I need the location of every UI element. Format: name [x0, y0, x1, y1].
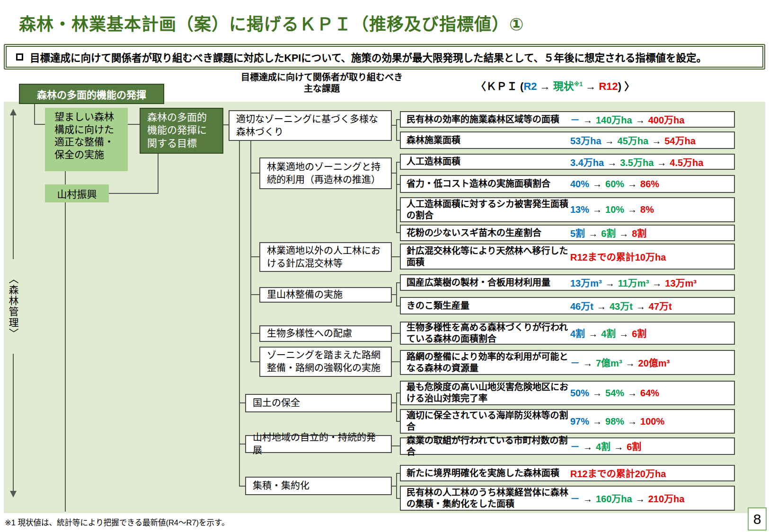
- kpi-value: 6割: [632, 329, 646, 339]
- connector-line: [396, 473, 397, 499]
- checkbox-icon: [16, 53, 23, 61]
- connector-line: [250, 141, 251, 362]
- kpi-row: 民有林の人工林のうち林業経営体に森林の集積・集約化をした面積 －→160万ha→…: [400, 486, 735, 511]
- connector-line: [250, 333, 259, 334]
- kpi-values: 3.4万ha→3.5万ha→4.5万ha: [570, 155, 707, 169]
- connector-line: [239, 444, 245, 445]
- kpi-header-r2: R2: [523, 80, 537, 92]
- kpi-row: 人工造林面積に対するシカ被害発生面積の割合 13%→10%→8%: [400, 197, 735, 222]
- kpi-arrow: →: [626, 358, 635, 368]
- kpi-arrow: →: [592, 388, 602, 398]
- kpi-values: 46万t→43万t→47万t: [570, 299, 675, 313]
- kpi-value: 43万t: [610, 301, 633, 312]
- kpi-arrow: →: [597, 301, 606, 312]
- kpi-label: 花粉の少ないスギ苗木の生産割合: [401, 227, 570, 239]
- kpi-row: 国産広葉樹の製材・合板用材利用量 13万m³→11万m³→13万m³: [400, 274, 735, 291]
- kpi-row: 森林施業面積 53万ha→45万ha→54万ha: [400, 131, 735, 149]
- task-label: 集積・集約化: [253, 480, 309, 492]
- kpi-label: 最も危険度の高い山地災害危険地区における治山対策完了率: [401, 382, 570, 404]
- page-title: 森林・林業基本計画（案）に掲げるＫＰＩ（推移及び指標値）①: [19, 10, 524, 35]
- kpi-value: 4.5万ha: [670, 157, 703, 168]
- footnote: ※1 現状値は、統計等により把握できる最新値(R4～R7)を示す。: [5, 516, 229, 528]
- axis-arrow-up-icon: [10, 109, 17, 115]
- kpi-label: 針広混交林化等により天然林へ移行した面積: [401, 245, 570, 268]
- kpi-row: きのこ類生産量 46万t→43万t→47万t: [400, 297, 735, 314]
- connector-line: [392, 402, 396, 403]
- kpi-value: 46万t: [570, 301, 593, 312]
- connector-line: [13, 351, 14, 492]
- connector-line: [396, 209, 400, 210]
- connector-line: [34, 104, 35, 125]
- kpi-arrow: →: [592, 416, 602, 427]
- connector-line: [392, 173, 396, 174]
- tree-sanson-box: 山村振興: [45, 184, 109, 202]
- kpi-values: 5割→6割→8割: [570, 226, 650, 240]
- forest-management-axis-label: 〈森林管理〉: [4, 259, 21, 354]
- task-box: 生物多様性への配慮: [259, 325, 392, 342]
- connector-line: [109, 193, 159, 194]
- kpi-values: －→7億m³→20億m³: [570, 356, 673, 369]
- kpi-row: 最も危険度の高い山地災害危険地区における治山対策完了率 50%→54%→64%: [400, 381, 735, 405]
- kpi-arrow: →: [605, 278, 615, 288]
- task-label: 適切なゾーニングに基づく多様な森林づくり: [236, 113, 384, 139]
- kpi-arrow: →: [592, 179, 602, 189]
- kpi-label: 民有林の効率的施業森林区域等の面積: [401, 114, 570, 125]
- kpi-label: 適切に保全されている海岸防災林等の割合: [401, 410, 570, 433]
- kpi-label: 森林施業面積: [401, 135, 570, 146]
- kpi-value: 160万ha: [596, 494, 632, 504]
- tree-root-box: 森林の多面的機能の発揮: [19, 84, 164, 104]
- tasks-header-line2: 主な課題: [215, 83, 428, 95]
- kpi-value: 50%: [570, 388, 589, 398]
- connector-line: [223, 124, 229, 125]
- kpi-value: 4割: [596, 442, 610, 452]
- tree-goal-box: 森林の多面的機能の発揮に関する目標: [140, 108, 223, 154]
- kpi-header-current: 現状※1: [553, 80, 583, 92]
- kpi-row: 省力・低コスト造林の実施面積割合 40%→60%→86%: [400, 175, 735, 193]
- kpi-value: 64%: [640, 388, 659, 398]
- kpi-arrow: →: [636, 301, 645, 312]
- kpi-value: 5割: [570, 228, 585, 239]
- connector-line: [396, 392, 400, 393]
- connector-line: [239, 402, 245, 403]
- kpi-value: 100%: [640, 416, 664, 427]
- kpi-header-arrow2: →: [585, 80, 596, 92]
- kpi-header-open: 〈ＫＰＩ (: [476, 80, 523, 92]
- kpi-row: 花粉の少ないスギ苗木の生産割合 5割→6割→8割: [400, 225, 735, 241]
- kpi-value: 8割: [632, 228, 646, 239]
- connector-line: [34, 124, 46, 125]
- kpi-arrow: →: [652, 136, 661, 146]
- kpi-value: －: [570, 442, 580, 452]
- kpi-values: －→140万ha→400万ha: [570, 113, 688, 126]
- kpi-arrow: →: [583, 358, 592, 368]
- connector-line: [396, 282, 400, 283]
- connector-line: [392, 256, 400, 257]
- task-label: 山村地域の自立的・持続的発展: [253, 431, 384, 457]
- kpi-value: 47万t: [649, 301, 672, 312]
- page-number: 8: [748, 507, 767, 531]
- kpi-value: －: [570, 494, 580, 504]
- connector-line: [250, 173, 259, 174]
- tree-desirable-box: 望ましい森林構成に向けた適正な整備・保全の実施: [45, 108, 128, 171]
- kpi-arrow: →: [619, 329, 628, 339]
- kpi-header-current-note: ※1: [574, 81, 583, 87]
- connector-line: [239, 486, 245, 487]
- task-box: 里山林整備の実施: [259, 287, 392, 303]
- connector-line: [239, 141, 240, 487]
- kpi-value: 4割: [570, 329, 585, 339]
- connector-line: [250, 294, 259, 295]
- kpi-label: 民有林の人工林のうち林業経営体に森林の集積・集約化をした面積: [401, 487, 570, 510]
- lead-box: 目標達成に向けて関係者が取り組むべき課題に対応したKPIについて、施策の効果が最…: [4, 44, 765, 70]
- task-label: 林業適地以外の人工林における針広混交林等: [267, 244, 384, 270]
- connector-line: [65, 202, 66, 512]
- kpi-value: 54%: [605, 388, 624, 398]
- kpi-header-close: ) 〉: [618, 80, 635, 92]
- connector-line: [396, 232, 400, 233]
- kpi-values: 13万m³→11万m³→13万m³: [570, 276, 700, 289]
- connector-line: [13, 115, 14, 260]
- kpi-value: 86%: [640, 179, 659, 189]
- kpi-column-header: 〈ＫＰＩ (R2 → 現状※1 → R12) 〉: [476, 78, 635, 93]
- kpi-row: 新たに境界明確化を実施した森林面積 R12までの累計20万ha: [400, 465, 735, 481]
- kpi-value: 40%: [570, 179, 589, 189]
- kpi-values: R12までの累計10万ha: [570, 250, 669, 263]
- kpi-arrow: →: [636, 494, 645, 504]
